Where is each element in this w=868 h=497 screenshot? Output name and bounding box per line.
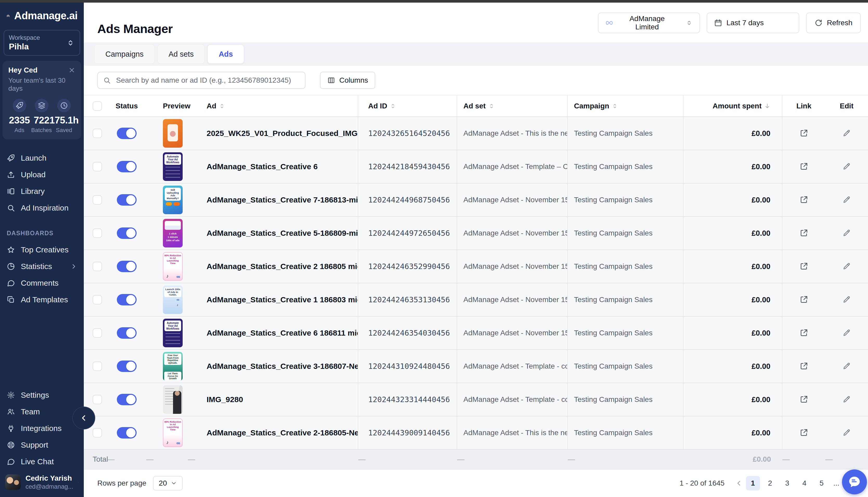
- page-button-5[interactable]: 5: [815, 476, 829, 491]
- ad-preview-thumbnail[interactable]: 90% Reduction in Ad Launching Time: [163, 252, 183, 281]
- ad-preview-thumbnail[interactable]: Launch 100s of Ads in <1min.: [163, 285, 183, 314]
- close-icon[interactable]: [68, 67, 75, 74]
- ad-name[interactable]: AdManage_Statics_Creative 2 186805 micka…: [207, 262, 358, 271]
- ad-name[interactable]: AdManage_Statics_Creative 6 186811 micka…: [207, 329, 358, 337]
- status-toggle[interactable]: [117, 194, 137, 205]
- logo[interactable]: Admanage.ai: [0, 3, 84, 23]
- row-checkbox[interactable]: [93, 129, 102, 138]
- sidebar-item-ad-templates[interactable]: Ad Templates: [0, 292, 84, 308]
- sidebar-collapse-button[interactable]: [73, 407, 95, 429]
- pagination-ellipsis[interactable]: ...: [833, 479, 839, 487]
- edit-button[interactable]: [841, 161, 852, 172]
- ad-preview-thumbnail[interactable]: 90% Reduction in Ad Launching Time: [163, 418, 183, 447]
- header-amount-spent[interactable]: Amount spent: [684, 95, 782, 116]
- sidebar-item-live-chat[interactable]: Live Chat: [0, 453, 84, 470]
- ad-preview-thumbnail[interactable]: Free Your Team From Repetitive Uploads.L…: [163, 352, 183, 381]
- edit-button[interactable]: [841, 261, 852, 272]
- page-button-3[interactable]: 3: [780, 476, 794, 491]
- open-link-button[interactable]: [799, 228, 809, 238]
- header-link[interactable]: Link: [782, 95, 825, 116]
- header-campaign[interactable]: Campaign: [568, 95, 684, 116]
- ad-name[interactable]: AdManage_Statics_Creative 3-186807-NewCr…: [207, 362, 358, 371]
- select-all-checkbox[interactable]: [93, 101, 102, 111]
- row-checkbox[interactable]: [93, 262, 102, 271]
- sidebar-item-support[interactable]: Support: [0, 437, 84, 453]
- status-toggle[interactable]: [117, 294, 137, 306]
- header-ad[interactable]: Ad: [188, 95, 358, 116]
- sidebar-item-ad-inspiration[interactable]: Ad Inspiration: [0, 200, 84, 216]
- header-ad-set[interactable]: Ad set: [457, 95, 568, 116]
- account-selector[interactable]: AdManage Limited: [598, 13, 700, 33]
- live-chat-fab[interactable]: [842, 469, 867, 494]
- status-toggle[interactable]: [117, 360, 137, 372]
- ad-preview-thumbnail[interactable]: [163, 385, 183, 414]
- header-preview[interactable]: Preview: [146, 95, 188, 116]
- open-link-button[interactable]: [799, 128, 809, 139]
- edit-button[interactable]: [841, 328, 852, 338]
- page-button-2[interactable]: 2: [763, 476, 777, 491]
- status-toggle[interactable]: [117, 128, 137, 139]
- status-toggle[interactable]: [117, 261, 137, 272]
- ad-preview-thumbnail[interactable]: Still Uploading Ads Manually?: [163, 186, 183, 214]
- header-ad-id[interactable]: Ad ID: [358, 95, 457, 116]
- ad-name[interactable]: 2025_WK25_V01_Product_Focused_IMG+TEXT_(: [207, 129, 358, 138]
- status-toggle[interactable]: [117, 227, 137, 239]
- ad-preview-thumbnail[interactable]: 1 click1 minute100s of ads: [163, 219, 183, 247]
- open-link-button[interactable]: [799, 161, 809, 172]
- ad-name[interactable]: AdManage_Statics_Creative 1 186803 micka…: [207, 295, 358, 304]
- row-checkbox[interactable]: [93, 328, 102, 338]
- columns-button[interactable]: Columns: [320, 72, 375, 89]
- edit-button[interactable]: [841, 128, 852, 139]
- sidebar-item-launch[interactable]: Launch: [0, 150, 84, 166]
- row-checkbox[interactable]: [93, 195, 102, 204]
- sidebar-item-library[interactable]: Library: [0, 183, 84, 200]
- sidebar-item-top-creatives[interactable]: Top Creatives: [0, 241, 84, 258]
- page-button-1[interactable]: 1: [746, 476, 760, 491]
- open-link-button[interactable]: [799, 328, 809, 338]
- tab-ad-sets[interactable]: Ad sets: [157, 44, 205, 64]
- header-status[interactable]: Status: [107, 95, 146, 116]
- sidebar-item-comments[interactable]: Comments: [0, 275, 84, 292]
- edit-button[interactable]: [841, 228, 852, 238]
- workspace-selector[interactable]: Workspace Pihla: [4, 30, 80, 56]
- row-checkbox[interactable]: [93, 361, 102, 371]
- edit-button[interactable]: [841, 428, 852, 438]
- ad-name[interactable]: AdManage_Statics_Creative 7-186813-micka…: [207, 196, 358, 204]
- ad-name[interactable]: IMG_9280: [207, 395, 243, 404]
- ad-preview-thumbnail[interactable]: Automate Your Ad Workflows: [163, 152, 183, 181]
- open-link-button[interactable]: [799, 394, 809, 405]
- pagination-prev-icon[interactable]: [735, 479, 743, 487]
- ad-name[interactable]: AdManage_Statics_Creative 2-186805-NewCr…: [207, 428, 358, 437]
- row-checkbox[interactable]: [93, 295, 102, 304]
- row-checkbox[interactable]: [93, 395, 102, 404]
- sidebar-item-integrations[interactable]: Integrations: [0, 420, 84, 437]
- ad-name[interactable]: AdManage_Statics_Creative 5-186809-micka…: [207, 229, 358, 238]
- open-link-button[interactable]: [799, 361, 809, 371]
- status-toggle[interactable]: [117, 394, 137, 405]
- edit-button[interactable]: [841, 295, 852, 305]
- page-button-4[interactable]: 4: [798, 476, 812, 491]
- open-link-button[interactable]: [799, 261, 809, 272]
- date-range-picker[interactable]: Last 7 days: [707, 13, 799, 33]
- sidebar-item-settings[interactable]: Settings: [0, 387, 84, 403]
- edit-button[interactable]: [841, 361, 852, 371]
- status-toggle[interactable]: [117, 427, 137, 439]
- tab-campaigns[interactable]: Campaigns: [94, 44, 155, 64]
- search-input[interactable]: [97, 72, 305, 89]
- ad-preview-thumbnail[interactable]: [163, 119, 183, 148]
- refresh-button[interactable]: Refresh: [806, 13, 861, 33]
- tab-ads[interactable]: Ads: [207, 44, 244, 64]
- ad-name[interactable]: AdManage_Statics_Creative 6: [207, 162, 318, 171]
- row-checkbox[interactable]: [93, 228, 102, 238]
- open-link-button[interactable]: [799, 428, 809, 438]
- edit-button[interactable]: [841, 195, 852, 205]
- status-toggle[interactable]: [117, 327, 137, 339]
- ad-preview-thumbnail[interactable]: Automate Your Ad Workflows: [163, 319, 183, 347]
- user-profile[interactable]: Cedric Yarish ced@admanag...: [0, 470, 84, 497]
- sidebar-item-upload[interactable]: Upload: [0, 166, 84, 183]
- sidebar-item-team[interactable]: Team: [0, 403, 84, 420]
- open-link-button[interactable]: [799, 295, 809, 305]
- edit-button[interactable]: [841, 394, 852, 405]
- row-checkbox[interactable]: [93, 428, 102, 438]
- rows-per-page-select[interactable]: 20: [153, 476, 182, 491]
